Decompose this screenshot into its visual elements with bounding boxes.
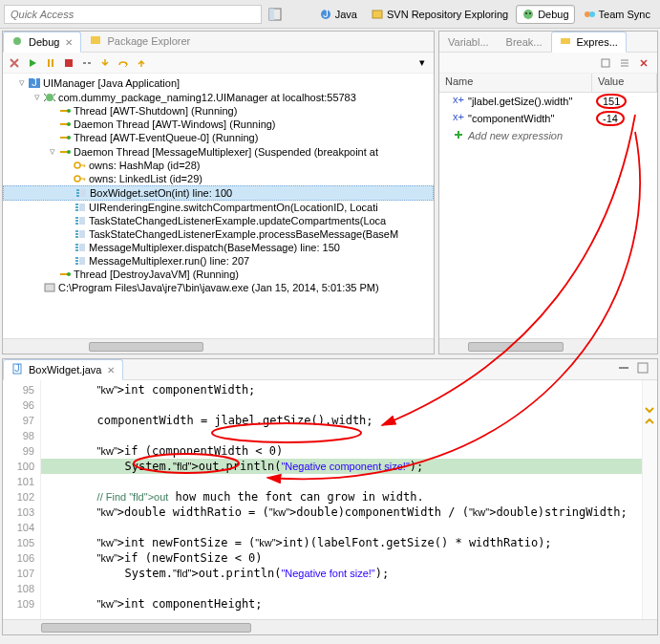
disconnect-icon[interactable] [79, 55, 95, 71]
code-line[interactable] [41, 474, 642, 489]
tree-row[interactable]: TaskStateChangedListenerExample.processB… [3, 227, 434, 241]
terminate-icon[interactable] [61, 55, 76, 71]
expression-name: "componentWidth" [468, 113, 554, 124]
tree-row[interactable]: Thread [DestroyJavaVM] (Running) [3, 268, 434, 281]
expr-scrollbar[interactable] [439, 338, 657, 354]
svg-point-6 [525, 12, 527, 14]
twisty-icon[interactable]: ▿ [32, 91, 43, 103]
tree-row[interactable]: Thread [AWT-EventQueue-0] (Running) [3, 131, 434, 144]
code-line[interactable]: "kw">double widthRatio = ("kw">double)co… [41, 504, 642, 520]
svg-rect-35 [79, 217, 85, 225]
twisty-icon[interactable]: ▿ [47, 145, 58, 158]
code-line[interactable]: "kw">if (componentWidth < 0) [41, 443, 642, 459]
perspective-team-sync[interactable]: Team Sync [577, 5, 656, 24]
debug-scrollbar[interactable] [3, 338, 434, 354]
line-number: 109 [5, 596, 34, 612]
perspective-debug[interactable]: Debug [516, 5, 574, 24]
tree-row[interactable]: owns: LinkedList (id=29) [3, 172, 434, 185]
code-line[interactable]: "kw">if (newFontSize < 0) [41, 550, 642, 566]
code-area[interactable]: "kw">int componentWidth; componentWidth … [41, 380, 642, 619]
tree-row[interactable]: BoxWidget.setOn(int) line: 100 [3, 185, 434, 201]
line-number: 103 [5, 504, 34, 520]
perspective-svn[interactable]: SVN Repository Exploring [365, 5, 514, 24]
code-line[interactable] [41, 581, 642, 596]
tree-row[interactable]: ▿com.dummy_package_naming12.UIManager at… [3, 90, 434, 104]
svg-rect-34 [75, 223, 78, 225]
perspective-java[interactable]: JJava [313, 5, 363, 24]
tree-row[interactable]: MessageMultiplexer.run() line: 207 [3, 254, 434, 268]
code-line[interactable] [41, 428, 642, 443]
expressions-view: Variabl... Break... Expres... Name Value… [438, 31, 658, 354]
editor-scrollbar[interactable] [3, 619, 657, 634]
maximize-icon[interactable] [636, 361, 651, 376]
tree-label: com.dummy_package_naming12.UIManager at … [58, 92, 356, 103]
suspend-icon[interactable] [43, 55, 58, 71]
code-line[interactable]: "kw">int newFontSize = ("kw">int)(labelF… [41, 535, 642, 550]
expression-row[interactable]: x+y"componentWidth" -14 [439, 110, 657, 127]
tab-debug[interactable]: Debug✕ [3, 32, 81, 53]
tree-row[interactable]: MessageMultiplexer.dispatch(BaseMessage)… [3, 241, 434, 254]
svg-rect-47 [79, 257, 85, 265]
tab-package-explorer[interactable]: Package Explorer [81, 31, 199, 52]
debug-tabs: Debug✕ Package Explorer [3, 32, 434, 53]
quick-access-input[interactable] [4, 5, 262, 24]
tree-row[interactable]: Thread [AWT-Shutdown] (Running) [3, 104, 434, 118]
tree-row[interactable]: ▿Daemon Thread [MessageMultiplexer] (Sus… [3, 144, 434, 159]
show-type-names-icon[interactable] [598, 55, 613, 71]
tree-row[interactable]: owns: HashMap (id=28) [3, 159, 434, 172]
debug-tree[interactable]: ▿JUIManager [Java Application]▿com.dummy… [3, 74, 434, 338]
next-annotation-icon[interactable] [643, 405, 656, 417]
top-toolbar: JJava SVN Repository Exploring Debug Tea… [0, 0, 660, 29]
remove-terminated-icon[interactable] [7, 55, 22, 71]
code-line[interactable]: "kw">int componentHeight; [41, 596, 642, 612]
svg-text:x+y: x+y [453, 112, 464, 122]
tab-boxwidget-java[interactable]: JBoxWidget.java✕ [3, 359, 123, 380]
tree-row[interactable]: UIRenderingEngine.switchCompartmentOn(Lo… [3, 201, 434, 214]
view-menu-icon[interactable]: ▾ [415, 55, 430, 71]
step-over-icon[interactable] [116, 55, 131, 71]
editor-tab-label: BoxWidget.java [29, 364, 101, 376]
code-line[interactable] [41, 520, 642, 535]
open-perspective-icon[interactable] [267, 7, 283, 22]
expression-icon: x+y [453, 95, 466, 108]
code-line[interactable] [41, 397, 642, 413]
collapse-all-icon[interactable] [617, 55, 632, 71]
close-icon[interactable]: ✕ [65, 37, 73, 48]
tree-row[interactable]: C:\Program Files\Java\jre7\bin\javaw.exe… [3, 281, 434, 294]
minimize-icon[interactable] [617, 361, 632, 376]
twisty-icon[interactable]: ▿ [16, 76, 28, 89]
expression-row[interactable]: x+y"jlabel.getSize().width" 151 [439, 93, 657, 110]
svg-rect-43 [79, 244, 85, 251]
col-value[interactable]: Value [592, 74, 657, 92]
thr-icon [58, 118, 72, 130]
prev-annotation-icon[interactable] [643, 417, 656, 428]
expressions-body[interactable]: x+y"jlabel.getSize().width" 151 x+y"comp… [439, 93, 657, 338]
line-number: 104 [5, 520, 34, 535]
perspective-teamsync-label: Team Sync [599, 9, 650, 20]
tree-row[interactable]: Daemon Thread [AWT-Windows] (Running) [3, 118, 434, 131]
code-line[interactable]: componentWidth = jlabel.getSize().width; [41, 413, 642, 428]
code-line[interactable]: // Find "fld">out how much the font can … [41, 489, 642, 504]
overview-ruler[interactable] [642, 380, 657, 619]
tab-variables[interactable]: Variabl... [439, 32, 498, 52]
col-name[interactable]: Name [439, 74, 592, 92]
close-icon[interactable]: ✕ [107, 365, 115, 376]
tree-row[interactable]: TaskStateChangedListenerExample.updateCo… [3, 214, 434, 227]
expression-name: "jlabel.getSize().width" [468, 96, 572, 107]
step-into-icon[interactable] [97, 55, 113, 71]
resume-icon[interactable] [25, 55, 40, 71]
tab-breakpoints[interactable]: Break... [498, 32, 551, 52]
step-return-icon[interactable] [134, 55, 149, 71]
code-line[interactable]: System."fld">out.println("Negative font … [41, 566, 642, 581]
svg-rect-11 [91, 36, 100, 44]
line-number-ruler[interactable]: 9596979899100101102103104105106107108109 [3, 380, 41, 619]
tree-label: UIRenderingEngine.switchCompartmentOn(Lo… [89, 202, 378, 213]
code-line[interactable]: System."fld">out.println("Negative compo… [41, 459, 642, 474]
tree-row[interactable]: ▿JUIManager [Java Application] [3, 75, 434, 90]
code-line[interactable]: "kw">int componentWidth; [41, 382, 642, 397]
tab-expressions[interactable]: Expres... [551, 32, 627, 53]
sf-icon [74, 228, 87, 240]
remove-expression-icon[interactable] [636, 55, 651, 71]
add-expression-row[interactable]: Add new expression [439, 127, 657, 144]
line-number: 98 [5, 428, 34, 443]
